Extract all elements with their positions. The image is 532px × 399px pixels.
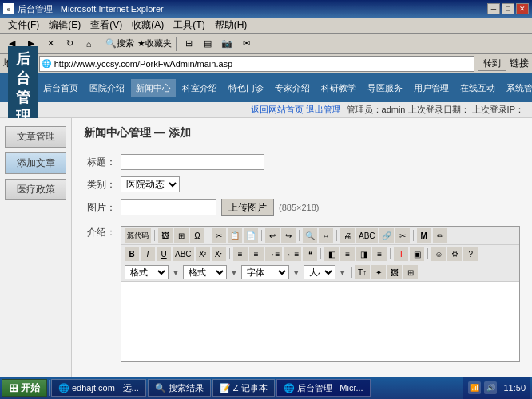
ed-italic[interactable]: I — [141, 247, 155, 261]
ed-extra-1[interactable]: T↑ — [355, 265, 370, 279]
category-select[interactable]: 医院动态 新闻中心 科室介绍 — [121, 176, 180, 192]
ed-bold[interactable]: B — [125, 247, 139, 261]
ed-settings[interactable]: ⚙ — [447, 247, 462, 261]
toolbar-extra-3[interactable]: 📷 — [218, 35, 236, 53]
ed-redo[interactable]: ↪ — [281, 228, 296, 243]
close-button[interactable]: ✕ — [516, 3, 529, 14]
ed-align-right[interactable]: ◨ — [356, 247, 371, 261]
ed-edit[interactable]: ✏ — [433, 228, 447, 243]
nav-news[interactable]: 新闻中心 — [131, 79, 176, 97]
maximize-button[interactable]: □ — [502, 3, 514, 14]
ed-size-select[interactable]: 大小 — [304, 265, 335, 279]
upload-button[interactable]: 上传图片 — [221, 199, 274, 216]
ed-cut[interactable]: ✂ — [212, 228, 226, 243]
ed-link[interactable]: 🔗 — [379, 228, 394, 243]
window-title: 后台管理 - Microsoft Internet Explorer — [18, 3, 164, 15]
ed-spell[interactable]: ABC — [356, 228, 378, 243]
menu-edit[interactable]: 编辑(E) — [44, 17, 85, 34]
ed-sub[interactable]: X₂ — [212, 247, 226, 261]
ed-sep-6 — [413, 230, 414, 241]
ed-unlink[interactable]: ✂ — [395, 228, 410, 243]
ed-align-justify[interactable]: ≡ — [372, 247, 387, 261]
menu-help[interactable]: 帮助(H) — [210, 17, 252, 34]
nav-experts[interactable]: 专家介绍 — [270, 79, 315, 97]
refresh-button[interactable]: ↻ — [61, 35, 78, 53]
ie-icon: e — [3, 3, 14, 14]
favorites-button[interactable]: ★ 收藏夹 — [137, 35, 173, 53]
ed-underline[interactable]: U — [157, 247, 171, 261]
ed-paste[interactable]: 📄 — [244, 228, 258, 243]
start-icon: ⊞ — [9, 381, 18, 394]
nav-guide[interactable]: 导医服务 — [363, 79, 407, 97]
ed-extra-3[interactable]: 🖼 — [387, 265, 402, 279]
ed-table[interactable]: ⊞ — [174, 228, 189, 243]
ed-special[interactable]: Ω — [190, 228, 204, 243]
search-button[interactable]: 🔍 搜索 — [105, 35, 135, 53]
ed-replace[interactable]: ↔ — [319, 228, 333, 243]
ed-undo[interactable]: ↩ — [265, 228, 280, 243]
taskbar-item-2[interactable]: 🔍 搜索结果 — [148, 379, 211, 397]
ed-align-center[interactable]: ≡ — [340, 247, 355, 261]
ed-find[interactable]: 🔍 — [303, 228, 317, 243]
start-button[interactable]: ⊞ 开始 — [2, 379, 47, 397]
ed-print[interactable]: 🖨 — [340, 228, 355, 243]
site-nav: 后台首页 医院介绍 新闻中心 科室介绍 特色门诊 专家介绍 科研教学 导医服务 … — [38, 79, 532, 97]
toolbar-extra-2[interactable]: ▤ — [199, 35, 216, 53]
ed-extra-4[interactable]: ⊞ — [403, 265, 418, 279]
go-button[interactable]: 转到 — [478, 57, 506, 71]
ed-sup[interactable]: X² — [196, 247, 210, 261]
menu-file[interactable]: 文件(F) — [3, 17, 44, 34]
nav-hospital[interactable]: 医院介绍 — [85, 79, 129, 97]
ed-indent[interactable]: →≡ — [265, 247, 283, 261]
ed-source[interactable]: 源代码 — [125, 228, 151, 243]
upload-hint: (885×218) — [279, 203, 319, 212]
minimize-button[interactable]: ─ — [487, 3, 500, 14]
ed-color[interactable]: T — [394, 247, 408, 261]
toolbar-extra-1[interactable]: ⊞ — [180, 35, 197, 53]
taskbar-item-3[interactable]: 📝 Z 记事本 — [212, 379, 275, 397]
toolbar-extra-4[interactable]: ✉ — [237, 35, 255, 53]
image-row: 图片： 上传图片 (885×218) — [84, 199, 520, 216]
ed-img[interactable]: 🖼 — [158, 228, 173, 243]
ed-bg-color[interactable]: ▣ — [410, 247, 424, 261]
ed-blockquote[interactable]: ❝ — [303, 247, 317, 261]
nav-home[interactable]: 后台首页 — [38, 79, 83, 97]
menu-tools[interactable]: 工具(T) — [169, 17, 209, 34]
taskbar-item-4[interactable]: 🌐 后台管理 - Micr... — [276, 379, 371, 397]
ed-emoji[interactable]: ☺ — [431, 247, 446, 261]
ed-ol[interactable]: ≡ — [233, 247, 248, 261]
menu-favorites[interactable]: 收藏(A) — [127, 17, 169, 34]
editor-body[interactable] — [121, 282, 519, 361]
ed-ul[interactable]: ≡ — [249, 247, 264, 261]
image-path-input[interactable] — [121, 200, 216, 215]
sidebar-article-mgmt[interactable]: 文章管理 — [5, 126, 66, 148]
tray-icon-2: 🔊 — [484, 381, 497, 394]
nav-system[interactable]: 系统管理 — [502, 79, 532, 97]
nav-users[interactable]: 用户管理 — [409, 79, 454, 97]
title-input[interactable] — [121, 154, 264, 170]
ed-bold2[interactable]: M — [417, 228, 431, 243]
return-home-link[interactable]: 返回网站首页 — [251, 104, 304, 116]
nav-specialty[interactable]: 特色门诊 — [224, 79, 268, 97]
nav-interactive[interactable]: 在线互动 — [455, 79, 500, 97]
menu-view[interactable]: 查看(V) — [85, 17, 127, 34]
ed-format-select[interactable]: 格式 — [125, 265, 169, 279]
stop-button[interactable]: ✕ — [42, 35, 59, 53]
taskbar-item-1[interactable]: 🌐 edhajt.com - 远... — [51, 379, 146, 397]
ed-font-select[interactable]: 字体 — [241, 265, 289, 279]
ed-copy[interactable]: 📋 — [228, 228, 242, 243]
address-input[interactable] — [53, 57, 474, 71]
ed-extra-2[interactable]: ✦ — [371, 265, 386, 279]
ed-outdent[interactable]: ←≡ — [284, 247, 301, 261]
ed-strikethrough[interactable]: ABC — [173, 247, 194, 261]
ed-sep-2 — [208, 230, 208, 241]
nav-research[interactable]: 科研教学 — [316, 79, 361, 97]
home-button[interactable]: ⌂ — [80, 35, 97, 53]
ed-align-left[interactable]: ◧ — [324, 247, 339, 261]
sidebar-medical-policy[interactable]: 医疗政策 — [5, 179, 66, 200]
logout-link[interactable]: 退出管理 — [306, 104, 341, 116]
nav-department[interactable]: 科室介绍 — [177, 79, 222, 97]
sidebar-add-article[interactable]: 添加文章 — [5, 152, 66, 174]
ed-help[interactable]: ? — [463, 247, 478, 261]
ed-style-select[interactable]: 格式 — [183, 265, 227, 279]
